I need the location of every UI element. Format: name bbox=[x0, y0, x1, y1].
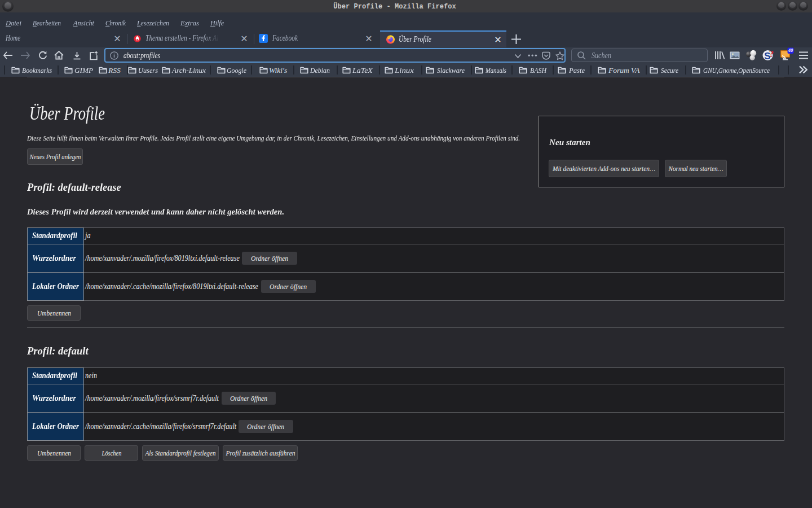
svg-text:?: ? bbox=[769, 50, 774, 59]
svg-text:40: 40 bbox=[788, 47, 793, 53]
